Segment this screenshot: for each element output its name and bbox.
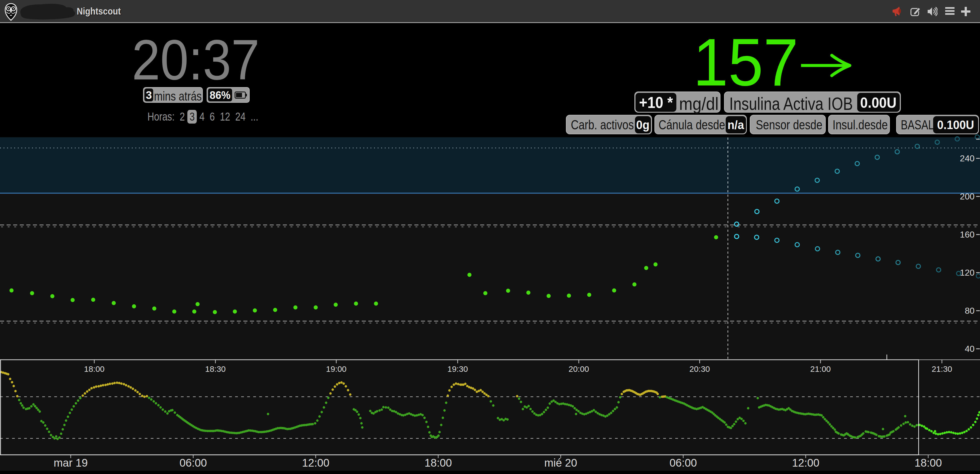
svg-text:20:00: 20:00: [568, 364, 589, 374]
svg-text:21:00: 21:00: [810, 364, 830, 374]
svg-text:18:30: 18:30: [205, 364, 226, 374]
svg-text:40: 40: [965, 344, 975, 354]
svg-text:18:00: 18:00: [425, 457, 452, 469]
svg-text:06:00: 06:00: [180, 457, 207, 469]
svg-text:240: 240: [960, 153, 975, 163]
svg-text:21:30: 21:30: [931, 364, 952, 374]
svg-text:18:00: 18:00: [915, 457, 942, 469]
svg-text:19:00: 19:00: [326, 364, 347, 374]
svg-text:mar 19: mar 19: [54, 457, 88, 469]
svg-text:200: 200: [960, 191, 975, 201]
svg-text:160: 160: [960, 230, 975, 239]
svg-text:120: 120: [960, 268, 975, 278]
svg-text:20:30: 20:30: [689, 364, 710, 374]
svg-text:19:30: 19:30: [447, 364, 468, 374]
svg-text:18:00: 18:00: [84, 364, 104, 374]
svg-text:80: 80: [965, 306, 975, 316]
svg-text:12:00: 12:00: [302, 457, 329, 469]
svg-text:mié 20: mié 20: [544, 457, 577, 469]
svg-text:12:00: 12:00: [792, 457, 819, 469]
svg-text:06:00: 06:00: [670, 457, 697, 469]
